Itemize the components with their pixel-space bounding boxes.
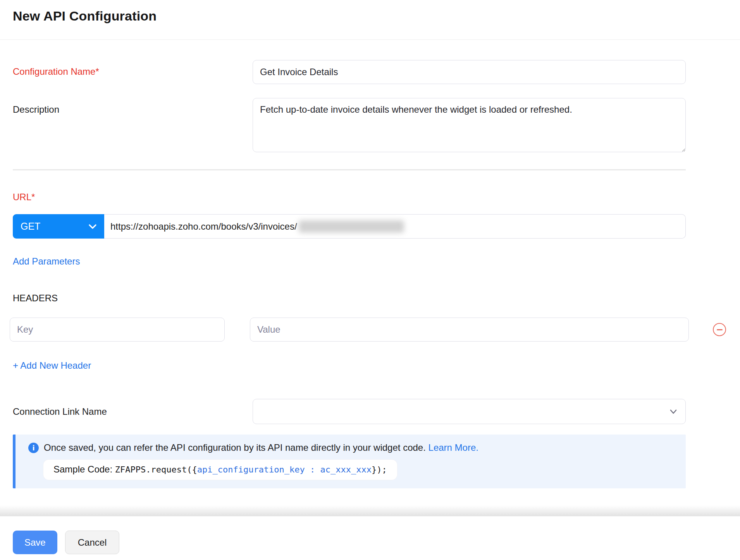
- remove-header-button[interactable]: [713, 323, 726, 336]
- save-button[interactable]: Save: [13, 531, 57, 554]
- url-value: https://zohoapis.zoho.com/books/v3/invoi…: [110, 221, 297, 232]
- connection-link-name-select[interactable]: [253, 399, 686, 424]
- configuration-name-row: Configuration Name*: [13, 60, 686, 84]
- info-message: Once saved, you can refer the API config…: [44, 442, 478, 453]
- configuration-name-input[interactable]: [253, 60, 686, 84]
- header-row: [10, 318, 686, 342]
- url-row: GET https://zohoapis.zoho.com/books/v3/i…: [13, 214, 686, 239]
- page-header: New API Configuration: [0, 0, 740, 40]
- cancel-button[interactable]: Cancel: [65, 531, 120, 554]
- header-key-input[interactable]: [10, 318, 225, 342]
- sample-code-pill: Sample Code: ZFAPPS.request({api_configu…: [43, 460, 397, 480]
- url-label: URL*: [13, 192, 686, 203]
- footer-action-bar: Save Cancel: [0, 516, 740, 560]
- learn-more-link[interactable]: Learn More.: [429, 442, 478, 453]
- description-textarea[interactable]: Fetch up-to-date invoice details wheneve…: [253, 98, 686, 152]
- add-parameters-link[interactable]: Add Parameters: [13, 256, 80, 267]
- section-divider: [13, 169, 686, 170]
- chevron-down-icon: [89, 224, 96, 229]
- connection-link-name-label: Connection Link Name: [13, 406, 253, 417]
- configuration-name-label: Configuration Name*: [13, 60, 253, 77]
- headers-section-label: HEADERS: [13, 293, 686, 304]
- info-banner: i Once saved, you can refer the API conf…: [13, 435, 686, 488]
- connection-link-name-row: Connection Link Name: [13, 399, 686, 424]
- form-body: Configuration Name* Description Fetch up…: [0, 40, 740, 488]
- footer-shadow: [0, 505, 740, 516]
- page-title: New API Configuration: [13, 9, 727, 24]
- footer-gap: [0, 488, 740, 505]
- new-api-configuration-page: New API Configuration Configuration Name…: [0, 0, 740, 560]
- chevron-down-icon: [670, 409, 677, 414]
- sample-code-start: ZFAPPS.request({: [115, 465, 197, 474]
- sample-code-end: });: [372, 465, 387, 474]
- header-value-input[interactable]: [250, 318, 689, 342]
- http-method-dropdown[interactable]: GET: [13, 214, 104, 239]
- minus-icon: [717, 329, 723, 330]
- redacted-invoice-id: [299, 220, 404, 233]
- url-input[interactable]: https://zohoapis.zoho.com/books/v3/invoi…: [104, 214, 686, 239]
- description-row: Description Fetch up-to-date invoice det…: [13, 98, 686, 154]
- info-icon: i: [28, 443, 39, 453]
- sample-code-prefix: Sample Code:: [53, 464, 115, 474]
- add-new-header-link[interactable]: + Add New Header: [13, 360, 91, 371]
- description-label: Description: [13, 98, 253, 115]
- sample-code-highlight: api_configuration_key : ac_xxx_xxx: [197, 465, 372, 474]
- http-method-value: GET: [21, 221, 89, 232]
